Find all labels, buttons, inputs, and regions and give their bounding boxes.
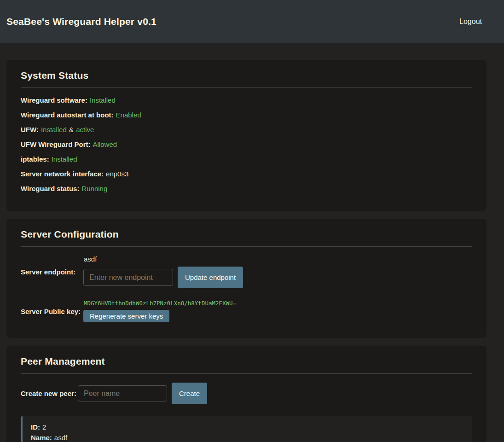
peer-name-value: asdf — [54, 434, 67, 442]
peer-id-line: ID:2 — [31, 424, 464, 430]
status-separator: & — [69, 126, 74, 134]
status-label: UFW: — [21, 126, 39, 134]
section-divider — [21, 246, 472, 247]
peer-management-heading: Peer Management — [21, 356, 479, 367]
peer-management-card: Peer Management Create new peer: Create … — [6, 346, 487, 442]
status-value: enp0s3 — [106, 170, 128, 178]
system-status-body: Wireguard software:Installed Wireguard a… — [14, 97, 479, 204]
section-divider — [21, 373, 472, 374]
create-peer-controls: Create — [78, 383, 207, 404]
server-endpoint-label: Server endpoint: — [21, 268, 83, 276]
create-peer-button[interactable]: Create — [172, 383, 207, 404]
update-endpoint-button[interactable]: Update endpoint — [178, 267, 243, 288]
status-label: UFW Wireguard Port: — [21, 140, 91, 148]
status-row-ufw-port: UFW Wireguard Port:Allowed — [21, 141, 472, 148]
server-public-key-value: MDGY6HVDtfhnDdhW0zLb7PNz0LXnO/b8YtDUaM2E… — [84, 300, 236, 307]
status-row-wireguard-status: Wireguard status:Running — [21, 185, 472, 192]
peer-id-value: 2 — [42, 423, 46, 431]
status-label: iptables: — [21, 155, 49, 163]
server-endpoint-current-value: asdf — [84, 256, 243, 262]
status-value: Allowed — [93, 140, 117, 148]
main-content: System Status Wireguard software:Install… — [0, 43, 504, 442]
regenerate-server-keys-button[interactable]: Regenerate server keys — [83, 310, 169, 322]
status-row-network-interface: Server network interface:enp0s3 — [21, 170, 472, 178]
create-peer-row: Create new peer: Create — [21, 383, 472, 404]
app-title: SeaBee's Wireguard Helper v0.1 — [6, 16, 156, 27]
status-value: Installed — [52, 155, 77, 163]
server-endpoint-controls: asdf Update endpoint — [83, 256, 243, 288]
server-configuration-card: Server Configuration Server endpoint: as… — [6, 219, 487, 338]
system-status-heading: System Status — [21, 70, 479, 81]
status-label: Server network interface: — [21, 170, 104, 178]
status-value: Installed — [90, 96, 116, 104]
server-public-key-row: Server Public key: MDGY6HVDtfhnDdhW0zLb7… — [21, 300, 472, 322]
status-label: Wireguard autostart at boot: — [21, 111, 114, 119]
status-row-autostart: Wireguard autostart at boot:Enabled — [21, 111, 472, 119]
status-value: Installed — [41, 126, 67, 134]
status-value: Running — [81, 185, 107, 192]
status-label: Wireguard software: — [21, 96, 87, 104]
status-label: Wireguard status: — [21, 185, 79, 192]
server-configuration-heading: Server Configuration — [21, 229, 479, 240]
server-public-key-label: Server Public key: — [21, 308, 83, 315]
peer-entry: ID:2 Name:asdf Public Key:ckyOHj5Bk8707g… — [21, 416, 472, 442]
server-public-key-controls: MDGY6HVDtfhnDdhW0zLb7PNz0LXnO/b8YtDUaM2E… — [83, 300, 236, 322]
section-divider — [21, 87, 472, 88]
status-row-ufw: UFW:Installed & active — [21, 126, 472, 134]
peer-management-body: Create new peer: Create ID:2 Name:asdf P… — [14, 383, 479, 442]
peer-name-label: Name: — [31, 434, 52, 442]
status-row-iptables: iptables:Installed — [21, 156, 472, 163]
peer-id-label: ID: — [31, 423, 40, 431]
endpoint-input[interactable] — [83, 269, 173, 286]
logout-link[interactable]: Logout — [459, 17, 482, 26]
peer-name-line: Name:asdf — [31, 434, 464, 441]
endpoint-input-row: Update endpoint — [83, 267, 243, 288]
server-configuration-body: Server endpoint: asdf Update endpoint Se… — [14, 256, 479, 332]
status-row-wireguard-software: Wireguard software:Installed — [21, 97, 472, 104]
system-status-card: System Status Wireguard software:Install… — [6, 60, 487, 211]
status-value: active — [76, 126, 94, 134]
app-header: SeaBee's Wireguard Helper v0.1 Logout — [0, 0, 504, 43]
peer-name-input[interactable] — [78, 385, 167, 401]
status-value: Enabled — [116, 111, 141, 119]
server-endpoint-row: Server endpoint: asdf Update endpoint — [21, 256, 472, 288]
create-peer-label: Create new peer: — [21, 390, 78, 397]
